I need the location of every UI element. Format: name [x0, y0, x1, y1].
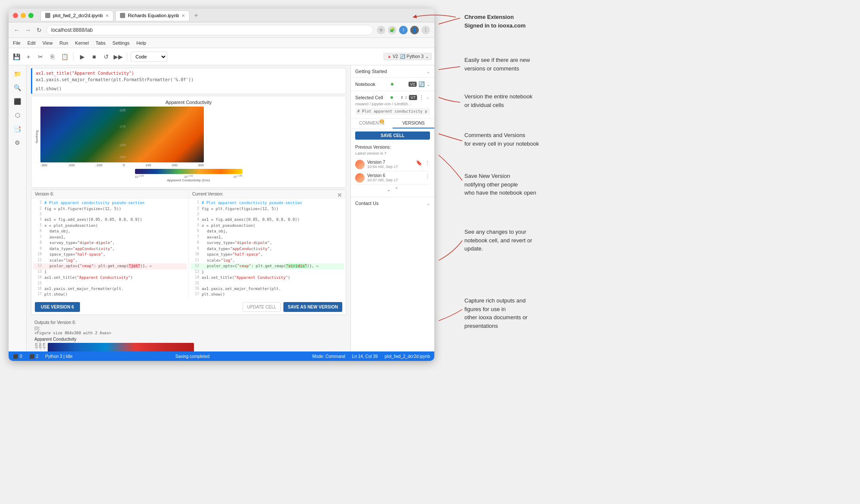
tabs-icon[interactable]: 📑 — [12, 123, 24, 135]
tab-comments[interactable]: COMMENTS 2 — [351, 119, 393, 128]
collapse-btn[interactable]: ⌃ — [394, 186, 399, 192]
contact-us-chevron[interactable]: ⌄ — [427, 201, 430, 206]
menu-kernel[interactable]: Kernel — [75, 40, 89, 46]
jupyter-toolbar: 💾 + ✂ ⎘ 📋 ▶ ■ ↺ ▶▶ Code Markdown Raw 🔺 V… — [9, 48, 434, 65]
version-7-date: 10:54 AM, Sep 17 — [367, 165, 413, 169]
heatmap-chart: Apparent Conductivity Northing — [33, 98, 344, 186]
tab-close-2[interactable]: ✕ — [181, 13, 185, 18]
version6-header: Version 6: — [31, 190, 188, 199]
annotation-save-new: Save New Versionnotifying other peoplewh… — [464, 172, 536, 197]
getting-started-chevron[interactable]: ⌄ — [427, 69, 430, 74]
selected-cell-section: Selected Cell ⬆ 2 V7 ⋮ ← rowancl / jupyt… — [351, 91, 434, 119]
stop-btn[interactable]: ■ — [89, 52, 99, 62]
add-cell-btn[interactable]: + — [23, 52, 34, 62]
restart-btn[interactable]: ↺ — [101, 52, 111, 62]
menu-edit[interactable]: Edit — [28, 40, 36, 46]
output-figure-text: <Figure size 864x360 with 2 Axes> — [34, 331, 343, 335]
status-cursor: Ln 14, Col 39 — [352, 354, 378, 359]
expand-btn[interactable]: ⌄ — [387, 186, 391, 192]
diff-close-btn[interactable]: ✕ — [337, 192, 342, 199]
save-notebook-btn[interactable]: 💾 — [11, 52, 22, 62]
paste-btn[interactable]: 📋 — [59, 52, 70, 62]
update-cell-btn[interactable]: UPDATE CELL — [243, 302, 281, 312]
search-icon[interactable]: 🔍 — [12, 82, 24, 94]
outputs-section: Outputs for Version 6: [0]: <Figure size… — [31, 317, 346, 351]
menu-help[interactable]: Help — [136, 40, 146, 46]
notebook-area: ax1.set_title("Apparent Conductivity") a… — [27, 65, 350, 351]
nav-icons: ☆ 🧩 i 👤 ⋮ — [377, 26, 430, 34]
traffic-light-maximize[interactable] — [28, 13, 34, 18]
address-bar[interactable]: localhost:8888/lab — [46, 25, 373, 35]
back-button[interactable]: ← — [13, 26, 21, 34]
bookmark-icon[interactable]: ☆ — [377, 26, 385, 34]
extension-icon[interactable]: 🧩 — [388, 26, 396, 34]
run-all-btn[interactable]: ▶▶ — [113, 52, 123, 62]
version-7-more[interactable]: ⋮ — [425, 160, 430, 166]
selected-cell-label: Selected Cell — [355, 95, 383, 100]
forward-button[interactable]: → — [24, 26, 32, 34]
jupyter-menu: File Edit View Run Kernel Tabs Settings … — [9, 38, 434, 48]
bookmark-v7-icon[interactable]: 🔖 — [416, 160, 422, 166]
user-avatar[interactable]: 👤 — [410, 26, 419, 34]
menu-file[interactable]: File — [13, 40, 21, 46]
cell-dots-icon[interactable]: ⋮ — [419, 95, 424, 101]
copy-btn[interactable]: ⎘ — [47, 52, 58, 62]
version-6-date: 10:47 AM, Sep 17 — [367, 178, 422, 182]
files-icon[interactable]: 📁 — [12, 68, 24, 80]
menu-settings[interactable]: Settings — [113, 40, 130, 46]
version-6-name: Version 6 — [367, 173, 422, 178]
reload-button[interactable]: ↻ — [35, 26, 43, 34]
browser-navbar: ← → ↻ localhost:8888/lab ☆ 🧩 i 👤 ⋮ — [9, 22, 434, 38]
diff-panel-container: ✕ Version 6: 1# Plot apparent conductivi… — [31, 189, 346, 315]
code-cell-1[interactable]: ax1.set_title("Apparent Conductivity") a… — [31, 68, 346, 94]
cell-status-dot — [390, 96, 393, 99]
tab-close-1[interactable]: ✕ — [105, 13, 109, 18]
save-new-version-btn[interactable]: SAVE AS NEW VERSION — [283, 302, 342, 312]
status-kernel: Python 3 | Idle — [45, 354, 73, 359]
previous-versions-section: Previous Versions: Latest version is 7 V… — [351, 142, 434, 197]
cell-chevron[interactable]: ← — [426, 95, 430, 100]
tab-versions[interactable]: VERSIONS — [393, 119, 434, 128]
save-cell-button[interactable]: SAVE CELL — [355, 131, 430, 140]
notebook-label: Notebook — [355, 82, 375, 87]
toolbar-sep-1 — [73, 52, 74, 61]
tab-plot-fwd[interactable]: plot_fwd_2_dcr2d.ipynb ✕ — [40, 10, 114, 21]
getting-started-section: Getting Started ⌄ — [351, 65, 434, 78]
svg-marker-1 — [40, 107, 204, 162]
use-version-btn[interactable]: USE VERSION 6 — [35, 302, 80, 312]
traffic-light-close[interactable] — [13, 13, 18, 18]
iooxa-tabs: COMMENTS 2 VERSIONS — [351, 119, 434, 129]
tab-bar: plot_fwd_2_dcr2d.ipynb ✕ Richards Equati… — [40, 10, 430, 21]
python-kernel-badge[interactable]: 🔺 V2 🔄 Python 3 ⌄ — [384, 53, 432, 60]
colorbar-xlabel: Apparent Conductivity (S/m) — [135, 178, 243, 182]
cell-type-select[interactable]: Code Markdown Raw — [131, 52, 167, 62]
menu-view[interactable]: View — [43, 40, 53, 46]
tab-icon-2 — [120, 13, 125, 18]
menu-tabs[interactable]: Tabs — [95, 40, 105, 46]
version-6-more[interactable]: ⋮ — [425, 173, 430, 179]
notebook-chevron[interactable]: ⌄ — [427, 82, 430, 87]
tab-label-1: plot_fwd_2_dcr2d.ipynb — [53, 13, 103, 18]
notebook-version-icon[interactable]: 🔄 — [418, 81, 425, 87]
url-text: localhost:8888/lab — [51, 27, 93, 33]
running-icon[interactable]: ⬛ — [12, 95, 24, 107]
new-tab-button[interactable]: + — [191, 12, 200, 19]
browser-titlebar: plot_fwd_2_dcr2d.ipynb ✕ Richards Equati… — [9, 9, 434, 22]
output-heatmap-chart — [48, 343, 194, 351]
commands-icon[interactable]: ⬡ — [12, 109, 24, 121]
run-btn[interactable]: ▶ — [77, 52, 87, 62]
traffic-light-minimize[interactable] — [21, 13, 26, 18]
current-version-code: 1# Plot apparent conductivity pseudo-sec… — [189, 199, 346, 299]
iooxa-ext-icon[interactable]: i — [399, 26, 408, 34]
cut-btn[interactable]: ✂ — [35, 52, 46, 62]
menu-run[interactable]: Run — [59, 40, 68, 46]
menu-dots[interactable]: ⋮ — [421, 26, 430, 34]
browser-window: plot_fwd_2_dcr2d.ipynb ✕ Richards Equati… — [9, 9, 434, 361]
status-mode: Mode: Command — [312, 354, 345, 359]
ext-icon[interactable]: ⚙ — [12, 137, 24, 149]
output-index: [0]: — [34, 326, 343, 331]
left-sidebar-icons: 📁 🔍 ⬛ ⬡ 📑 ⚙ — [9, 65, 27, 351]
annotation-new-versions: Easily see if there are newversions or c… — [464, 56, 530, 73]
contact-us-section[interactable]: Contact Us ⌄ — [351, 197, 434, 209]
tab-richards[interactable]: Richards Equation.ipynb ✕ — [115, 10, 190, 21]
